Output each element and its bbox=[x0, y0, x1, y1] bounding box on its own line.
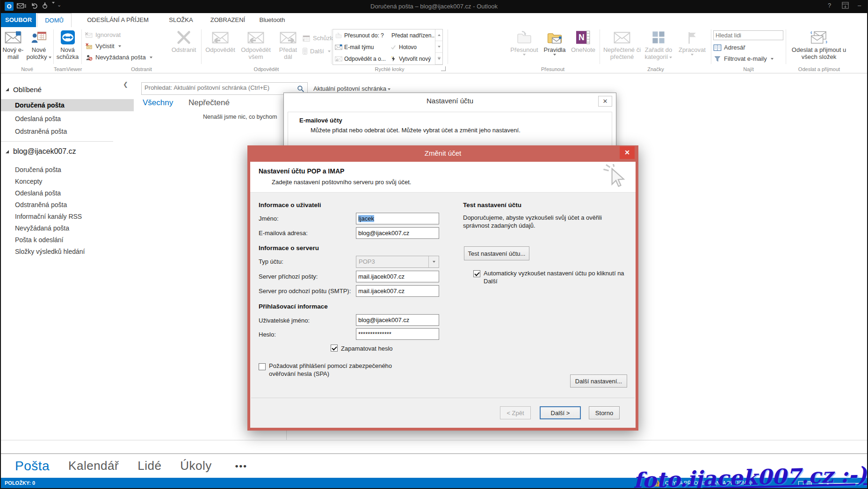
minimize-icon[interactable]: – bbox=[858, 2, 861, 9]
new-meeting-button[interactable]: Nová schůzka bbox=[55, 29, 80, 65]
close-icon[interactable]: ✕ bbox=[620, 146, 635, 159]
touch-mode-icon[interactable] bbox=[41, 2, 49, 9]
incoming-server-field[interactable] bbox=[356, 271, 439, 282]
username-field[interactable] bbox=[356, 314, 439, 326]
favorites-header[interactable]: Oblíbené bbox=[6, 86, 42, 93]
expand-triangle-icon[interactable] bbox=[6, 150, 9, 153]
rules-button[interactable]: Pravidla bbox=[541, 29, 568, 65]
address-book-button[interactable]: Adresář bbox=[713, 42, 745, 53]
junk-button[interactable]: Nevyžádaná pošta bbox=[85, 52, 152, 63]
sidebar-item-account-dorucena[interactable]: Doručená pošta bbox=[1, 164, 134, 176]
ignore-button[interactable]: Ignorovat bbox=[85, 29, 121, 40]
search-input[interactable] bbox=[145, 84, 289, 91]
name-label: Jméno: bbox=[259, 215, 279, 222]
sidebar-item-rss[interactable]: Informační kanály RSS bbox=[1, 210, 134, 223]
cancel-button[interactable]: Storno bbox=[589, 406, 620, 419]
back-button[interactable]: < Zpět bbox=[500, 406, 531, 419]
categorize-button[interactable]: Zařadit do kategorií bbox=[642, 29, 675, 65]
more-settings-button[interactable]: Další nastavení... bbox=[570, 374, 627, 388]
nav-people[interactable]: Lidé bbox=[137, 459, 161, 473]
sidebar-item-account-odeslana[interactable]: Odeslaná pošta bbox=[1, 187, 134, 199]
delete-button[interactable]: Odstranit bbox=[169, 29, 199, 65]
dialog-launcher-icon[interactable] bbox=[441, 66, 446, 71]
more-respond-button[interactable]: Další bbox=[302, 46, 331, 57]
test-settings-button[interactable]: Test nastavení účtu... bbox=[464, 246, 529, 260]
send-receive-all-button[interactable]: Odeslat a přijmout u všech složek bbox=[787, 29, 851, 65]
cleanup-button[interactable]: Vyčistit bbox=[85, 41, 121, 51]
tab-odesilani-a-prijem[interactable]: ODESÍLÁNÍ A PŘÍJEM bbox=[78, 13, 158, 27]
close-icon[interactable]: ✕ bbox=[598, 96, 612, 107]
dialog-header: Nastavení účtu POP a IMAP Zadejte nastav… bbox=[250, 162, 636, 193]
sidebar-item-koncepty[interactable]: Koncepty bbox=[1, 175, 134, 187]
qat-customize-icon[interactable]: ⌄ bbox=[57, 2, 61, 8]
scroll-down-icon[interactable] bbox=[435, 41, 442, 53]
reply-all-button[interactable]: Odpovědět všem bbox=[238, 29, 274, 65]
tab-slozka[interactable]: SLOŽKA bbox=[160, 13, 202, 27]
quick-step-team-email[interactable]: E-mail týmu bbox=[334, 41, 388, 53]
auto-test-checkbox[interactable] bbox=[473, 270, 480, 277]
move-button[interactable]: Přesunout bbox=[509, 29, 540, 65]
reply-button[interactable]: Odpovědět bbox=[204, 29, 237, 65]
collapse-pane-icon[interactable]: ❮ bbox=[123, 81, 128, 88]
sidebar-item-account-odstranena[interactable]: Odstraněná pošta bbox=[1, 199, 134, 211]
sidebar-item-odstranena-posta[interactable]: Odstraněná pošta bbox=[1, 125, 134, 137]
account-header[interactable]: blog@ijacek007.cz bbox=[6, 147, 76, 156]
quick-steps-more-icon[interactable] bbox=[435, 53, 442, 65]
sidebar-item-k-odeslani[interactable]: Pošta k odeslání bbox=[1, 234, 134, 246]
scroll-up-icon[interactable] bbox=[435, 29, 442, 41]
tab-unread-messages[interactable]: Nepřečtené bbox=[188, 98, 230, 108]
ribbon-group-rychle-kroky: Přesunout do: ? E-mail týmu Odpovědět a … bbox=[332, 27, 448, 73]
quick-step-done[interactable]: Hotovo bbox=[389, 41, 435, 53]
send-receive-icon[interactable] bbox=[16, 2, 27, 9]
spa-checkbox[interactable] bbox=[259, 363, 266, 370]
cleanup-label: Vyčistit bbox=[95, 43, 115, 50]
help-icon[interactable]: ? bbox=[828, 2, 831, 9]
nav-more-icon[interactable]: ••• bbox=[235, 461, 247, 471]
next-button[interactable]: Další > bbox=[540, 406, 581, 419]
tab-all-messages[interactable]: Všechny bbox=[143, 98, 173, 108]
sidebar-item-vysledky-hledani[interactable]: Složky výsledků hledání bbox=[1, 245, 134, 258]
find-people-input[interactable] bbox=[713, 30, 783, 40]
tab-soubor[interactable]: SOUBOR bbox=[1, 13, 36, 27]
search-box[interactable] bbox=[141, 82, 308, 95]
follow-up-button[interactable]: Zpracovat bbox=[675, 29, 709, 65]
tab-zobrazeni[interactable]: ZOBRAZENÍ bbox=[204, 13, 251, 27]
quick-step-label: Odpovědět a o... bbox=[344, 56, 386, 62]
remember-password-checkbox[interactable] bbox=[331, 345, 338, 352]
forward-button[interactable]: Předat dál bbox=[275, 29, 301, 65]
quick-step-to-manager[interactable]: Předat nadřízen... bbox=[389, 29, 435, 41]
chevron-down-icon bbox=[150, 57, 152, 58]
nav-tasks[interactable]: Úkoly bbox=[180, 459, 212, 473]
nav-calendar[interactable]: Kalendář bbox=[68, 459, 119, 473]
quick-steps-scrollbar[interactable] bbox=[435, 29, 442, 65]
name-field[interactable]: Ijacek bbox=[356, 213, 439, 224]
outgoing-server-field[interactable] bbox=[356, 285, 439, 297]
reply-icon bbox=[335, 56, 342, 62]
search-icon[interactable] bbox=[297, 85, 304, 93]
new-email-button[interactable]: Nový e-mail bbox=[2, 29, 24, 65]
chevron-down-icon[interactable] bbox=[52, 2, 55, 4]
sidebar-item-dorucena-posta[interactable]: Doručená pošta bbox=[1, 99, 134, 111]
quick-step-reply-delete[interactable]: Odpovědět a o... bbox=[334, 53, 388, 65]
password-field[interactable] bbox=[356, 328, 439, 340]
sidebar-item-nevyzadana[interactable]: Nevyžádaná pošta bbox=[1, 222, 134, 234]
new-items-button[interactable]: Nové položky bbox=[25, 29, 52, 65]
new-meeting-label: Nová schůzka bbox=[57, 46, 79, 60]
outlook-window: O ⌄ Doručená pošta – blog@ijacek007.cz -… bbox=[0, 0, 868, 489]
undo-icon[interactable] bbox=[31, 2, 38, 9]
nav-mail[interactable]: Pošta bbox=[15, 459, 50, 474]
chevron-down-icon bbox=[428, 256, 439, 267]
quick-step-create-new[interactable]: Vytvořit nový bbox=[389, 53, 435, 65]
unread-read-button[interactable]: Nepřečtené či přečtené bbox=[602, 29, 642, 65]
onenote-button[interactable]: OneNote bbox=[569, 29, 598, 65]
tab-bluetooth[interactable]: Bluetooth bbox=[253, 13, 291, 27]
group-separator bbox=[448, 29, 448, 64]
quick-step-move-to[interactable]: Přesunout do: ? bbox=[334, 29, 388, 41]
email-field[interactable] bbox=[356, 227, 439, 239]
ribbon-display-options-icon[interactable] bbox=[842, 2, 849, 9]
expand-triangle-icon[interactable] bbox=[6, 88, 9, 91]
sidebar-item-odeslana-posta[interactable]: Odeslaná pošta bbox=[1, 113, 134, 125]
tab-domu[interactable]: DOMŮ bbox=[37, 13, 72, 27]
folder-pane: ❮ Oblíbené Doručená pošta Odeslaná pošta… bbox=[1, 73, 134, 453]
filter-email-button[interactable]: Filtrovat e-maily bbox=[713, 53, 774, 64]
